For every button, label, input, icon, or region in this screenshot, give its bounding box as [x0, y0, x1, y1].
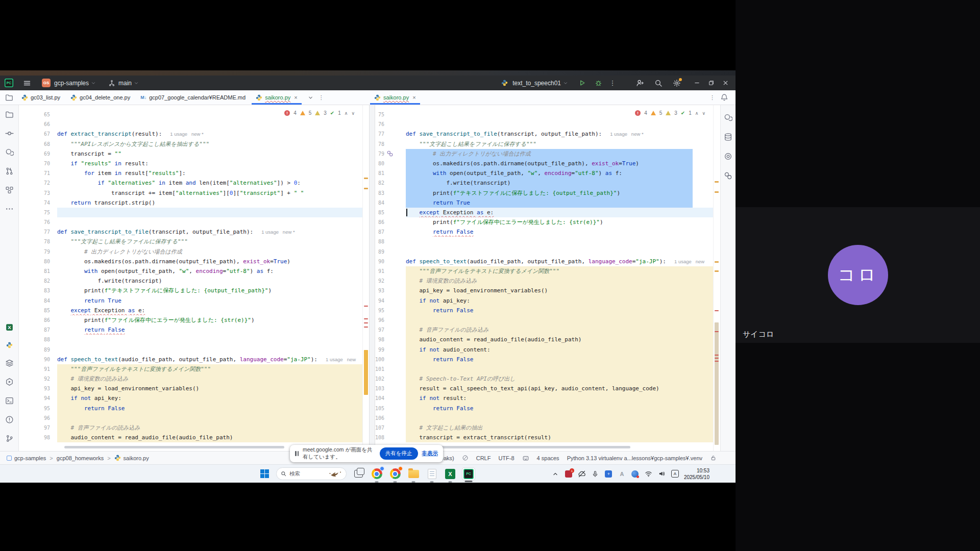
code-line[interactable]: 86 print(f"ファイル保存中にエラーが発生しました: {str(e)}"…	[375, 217, 713, 227]
tab-options-icon[interactable]: ⋮	[318, 94, 324, 101]
main-menu-icon[interactable]	[22, 79, 32, 88]
code-line[interactable]: 89	[19, 345, 362, 355]
code-line[interactable]: 74 return transcript.strip()	[19, 198, 362, 208]
code-text[interactable]: audio_content = read_audio_file(audio_fi…	[406, 335, 713, 344]
code-line[interactable]: 103 result = call_speech_to_text_api(api…	[375, 384, 713, 393]
code-text[interactable]: """音声ファイルをテキストに変換するメイン関数"""	[406, 266, 713, 276]
taskbar-file-explorer[interactable]	[407, 467, 420, 481]
code-text[interactable]: """音声ファイルをテキストに変換するメイン関数"""	[57, 364, 362, 374]
code-text[interactable]: def speech_to_text(audio_file_path, outp…	[57, 355, 362, 364]
next-issue-icon[interactable]: ∨	[702, 111, 705, 116]
notifications-bell-icon[interactable]	[720, 93, 728, 102]
more-actions-icon[interactable]: ⋮	[608, 79, 617, 88]
code-line[interactable]: 97 # 音声ファイルの読み込み	[19, 423, 362, 433]
git-branch-icon[interactable]	[107, 79, 116, 88]
code-line[interactable]: 88	[19, 335, 362, 344]
code-line[interactable]: 77def save_transcript_to_file(transcript…	[375, 129, 713, 139]
code-text[interactable]: return False	[406, 404, 713, 413]
code-line[interactable]: 85 except Exception as e:	[19, 306, 362, 315]
commit-icon[interactable]	[5, 129, 14, 138]
tab-saikoro.py[interactable]: saikoro.py×	[369, 90, 421, 105]
code-text[interactable]	[406, 247, 713, 257]
code-line[interactable]: 83 print(f"テキストファイルに保存しました: {output_file…	[19, 286, 362, 295]
code-line[interactable]: 79 # 出力ディレクトリがない場合は作成	[375, 149, 713, 159]
code-text[interactable]	[406, 413, 713, 423]
code-line[interactable]: 82 f.write(transcript)	[19, 276, 362, 286]
code-text[interactable]: transcript = ""	[57, 149, 362, 159]
structure-icon[interactable]	[5, 186, 14, 194]
code-text[interactable]: print(f"ファイル保存中にエラーが発生しました: {str(e)}")	[406, 217, 713, 227]
code-line[interactable]: 77def save_transcript_to_file(transcript…	[19, 227, 362, 237]
code-line[interactable]: 93 api_key = load_environment_variables(…	[19, 384, 362, 393]
code-text[interactable]: # Speech-to-Text APIの呼び出し	[406, 374, 713, 384]
scrollbar-error-stripe[interactable]	[362, 105, 369, 451]
problems-icon[interactable]	[5, 415, 14, 424]
ai-assistant-icon[interactable]	[724, 113, 732, 122]
code-line[interactable]: 89	[375, 247, 713, 257]
tab-gcp07_google_calendar¥README.md[interactable]: M↓gcp07_google_calendar¥README.md	[135, 90, 251, 105]
code-line[interactable]: 106	[375, 413, 713, 423]
code-line[interactable]: 85 except Exception as e:	[375, 208, 713, 217]
indent-indicator[interactable]: 4 spaces	[537, 455, 559, 461]
code-line[interactable]: 97 # 音声ファイルの読み込み	[375, 325, 713, 335]
code-line[interactable]: 76	[19, 217, 362, 227]
code-line[interactable]: 82 f.write(transcript)	[375, 178, 713, 188]
dependencies-icon[interactable]	[724, 171, 732, 180]
code-text[interactable]: # 出力ディレクトリがない場合は作成	[406, 149, 713, 159]
code-line[interactable]: 84 return True	[19, 296, 362, 306]
project-name[interactable]: gcp-samples	[54, 80, 89, 87]
code-line[interactable]: 71 for item in result["results"]:	[19, 168, 362, 178]
code-line[interactable]: 81 with open(output_file_path, "w", enco…	[19, 266, 362, 276]
code-line[interactable]: 94 if not api_key:	[375, 296, 713, 306]
code-text[interactable]: api_key = load_environment_variables()	[57, 384, 362, 393]
add-user-icon[interactable]	[635, 79, 645, 88]
code-text[interactable]	[406, 315, 713, 325]
hide-link[interactable]: 非表示	[422, 450, 438, 457]
code-text[interactable]: if not api_key:	[57, 393, 362, 403]
code-line[interactable]: 87 return False	[19, 325, 362, 335]
code-line[interactable]: 75	[19, 208, 362, 217]
code-line[interactable]: 87 return False	[375, 227, 713, 237]
gradle-icon[interactable]	[724, 152, 732, 161]
breadcrumb-item[interactable]: gcp08_homeworks	[57, 455, 104, 461]
tray-expand-icon[interactable]	[551, 469, 560, 478]
minimize-button[interactable]	[690, 76, 704, 90]
ai-face-icon[interactable]	[522, 455, 529, 462]
settings-gear-icon[interactable]	[672, 79, 681, 88]
tray-blue-app-icon[interactable]: +	[604, 469, 613, 478]
code-line[interactable]: 76	[375, 119, 713, 129]
code-line[interactable]: 68 """APIレスポンスから文字起こし結果を抽出する"""	[19, 139, 362, 149]
code-line[interactable]: 72 if "alternatives" in item and len(ite…	[19, 178, 362, 188]
editor-pane-right[interactable]: 757677def save_transcript_to_file(transc…	[375, 105, 720, 451]
project-badge-icon[interactable]: GS	[42, 79, 51, 87]
database-icon[interactable]	[724, 133, 732, 141]
code-line[interactable]: 92 # 環境変数の読み込み	[19, 374, 362, 384]
code-text[interactable]	[406, 119, 713, 129]
code-line[interactable]: 104 if not result:	[375, 393, 713, 403]
code-line[interactable]: 95 return False	[375, 306, 713, 315]
code-line[interactable]: 80 os.makedirs(os.path.dirname(output_fi…	[19, 257, 362, 266]
scrollbar-error-stripe[interactable]	[713, 105, 720, 451]
code-line[interactable]: 94 if not api_key:	[19, 393, 362, 403]
code-line[interactable]: 80 os.makedirs(os.path.dirname(output_fi…	[375, 159, 713, 168]
code-text[interactable]: return True	[57, 296, 362, 306]
code-line[interactable]: 96	[375, 315, 713, 325]
stop-sharing-button[interactable]: 共有を停止	[380, 447, 418, 460]
wifi-icon[interactable]	[644, 469, 653, 478]
code-line[interactable]: 98 audio_content = read_audio_file(audio…	[19, 433, 362, 442]
speaker-icon[interactable]	[657, 469, 666, 478]
code-line[interactable]: 81 with open(output_file_path, "w", enco…	[375, 168, 713, 178]
ai-suggestion-icon[interactable]	[386, 150, 394, 157]
code-text[interactable]: if not result:	[406, 393, 713, 403]
task-view-button[interactable]	[352, 467, 365, 481]
code-text[interactable]	[57, 208, 362, 217]
code-text[interactable]	[57, 119, 362, 129]
code-line[interactable]: 107 # 文字起こし結果の抽出	[375, 423, 713, 433]
code-line[interactable]: 86 print(f"ファイル保存中にエラーが発生しました: {str(e)}"…	[19, 315, 362, 325]
code-text[interactable]: api_key = load_environment_variables()	[406, 286, 713, 295]
inspection-widget[interactable]: !4 5 3 ✔1 ∧ ∨	[632, 109, 708, 117]
close-icon[interactable]: ×	[412, 94, 415, 101]
code-text[interactable]: except Exception as e:	[57, 306, 362, 315]
no-highlighting-icon[interactable]	[462, 455, 469, 461]
code-line[interactable]: 88	[375, 237, 713, 246]
